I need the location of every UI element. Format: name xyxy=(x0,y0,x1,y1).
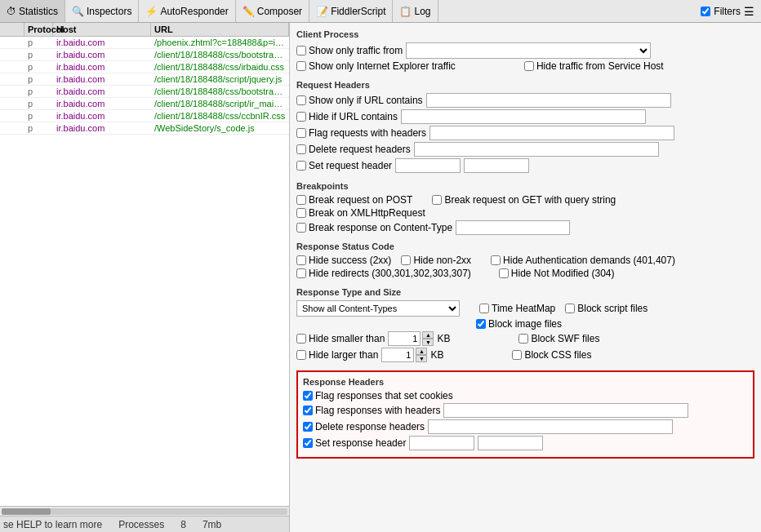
table-row[interactable]: p ir.baidu.com /phoenix.zhtml?c=188488&p… xyxy=(0,37,289,49)
break-xml-checkbox[interactable] xyxy=(296,208,306,218)
break-response-input[interactable] xyxy=(456,220,570,235)
set-request-input2[interactable] xyxy=(464,158,529,173)
flag-cookies-label[interactable]: Flag responses that set cookies xyxy=(303,390,453,401)
block-script-label[interactable]: Block script files xyxy=(565,303,648,314)
break-get-checkbox[interactable] xyxy=(432,195,442,205)
hide-service-host-checkbox[interactable] xyxy=(524,61,534,71)
content-type-dropdown[interactable]: Show all Content-Types xyxy=(296,300,460,317)
flag-requests-checkbox[interactable] xyxy=(296,128,306,138)
smaller-value-input[interactable] xyxy=(388,331,421,346)
flag-cookies-checkbox[interactable] xyxy=(303,391,313,401)
flag-headers-input[interactable] xyxy=(443,403,688,418)
table-row[interactable]: p ir.baidu.com /client/18/188488/css/ccb… xyxy=(0,110,289,122)
table-row[interactable]: p ir.baidu.com /client/18/188488/css/irb… xyxy=(0,61,289,73)
hide-smaller-checkbox[interactable] xyxy=(296,334,306,344)
table-row[interactable]: p ir.baidu.com /client/18/188488/script/… xyxy=(0,73,289,86)
traffic-dropdown[interactable] xyxy=(406,42,651,59)
menu-icon[interactable]: ☰ xyxy=(744,5,754,18)
break-post-label[interactable]: Break request on POST xyxy=(296,194,412,206)
col-url-header: URL xyxy=(151,23,289,36)
time-heatmap-checkbox[interactable] xyxy=(479,304,489,313)
hide-url-label[interactable]: Hide if URL contains xyxy=(296,111,398,122)
tab-autoresponder[interactable]: ⚡ AutoResponder xyxy=(139,0,235,22)
delete-request-input[interactable] xyxy=(414,142,659,157)
block-image-label[interactable]: Block image files xyxy=(476,318,562,330)
block-image-checkbox[interactable] xyxy=(476,319,486,329)
hide-service-host-label[interactable]: Hide traffic from Service Host xyxy=(524,60,664,72)
show-only-traffic-checkbox[interactable] xyxy=(296,46,306,55)
hide-url-checkbox[interactable] xyxy=(296,112,306,122)
hide-non2xx-checkbox[interactable] xyxy=(401,255,411,265)
hide-auth-label[interactable]: Hide Authentication demands (401,407) xyxy=(491,255,675,266)
time-heatmap-label[interactable]: Time HeatMap xyxy=(479,303,555,314)
hide-larger-label[interactable]: Hide larger than xyxy=(296,349,378,361)
hide-redirects-label[interactable]: Hide redirects (300,301,302,303,307) xyxy=(296,268,471,279)
response-headers-title: Response Headers xyxy=(303,377,748,387)
set-request-label[interactable]: Set request header xyxy=(296,160,392,171)
smaller-spinner: ▲ ▼ xyxy=(388,331,434,346)
set-response-input2[interactable] xyxy=(478,436,543,450)
larger-down-btn[interactable]: ▼ xyxy=(416,355,427,362)
flag-headers-label[interactable]: Flag responses with headers xyxy=(303,405,440,416)
delete-request-label[interactable]: Delete request headers xyxy=(296,144,411,155)
hide-non2xx-label[interactable]: Hide non-2xx xyxy=(401,255,471,266)
hide-smaller-label[interactable]: Hide smaller than xyxy=(296,333,385,344)
hide-not-modified-checkbox[interactable] xyxy=(499,268,509,278)
flag-headers-checkbox[interactable] xyxy=(303,406,313,415)
larger-value-input[interactable] xyxy=(381,348,414,362)
hide-success-label[interactable]: Hide success (2xx) xyxy=(296,255,391,266)
show-ie-checkbox[interactable] xyxy=(296,61,306,71)
set-response-input1[interactable] xyxy=(409,436,474,450)
smaller-down-btn[interactable]: ▼ xyxy=(422,339,434,346)
tab-composer[interactable]: ✏️ Composer xyxy=(236,0,309,22)
table-row[interactable]: p ir.baidu.com /WebSideStory/s_code.js xyxy=(0,122,289,135)
hide-auth-checkbox[interactable] xyxy=(491,255,501,265)
show-only-url-label[interactable]: Show only if URL contains xyxy=(296,95,423,106)
processes-count: 8 xyxy=(180,519,186,530)
break-response-checkbox[interactable] xyxy=(296,223,306,233)
table-row[interactable]: p ir.baidu.com /client/18/188488/script/… xyxy=(0,98,289,110)
breakpoints-title: Breakpoints xyxy=(296,181,754,191)
response-type-title: Response Type and Size xyxy=(296,287,754,297)
show-only-url-input[interactable] xyxy=(426,93,671,108)
delete-headers-label[interactable]: Delete response headers xyxy=(303,421,425,432)
tab-log[interactable]: 📋 Log xyxy=(393,0,438,22)
set-response-label[interactable]: Set response header xyxy=(303,437,406,449)
table-row[interactable]: p ir.baidu.com /client/18/188488/css/boo… xyxy=(0,86,289,98)
tab-statistics[interactable]: ⏱ Statistics xyxy=(0,0,65,22)
filters-checkbox[interactable] xyxy=(701,7,710,16)
block-css-checkbox[interactable] xyxy=(512,350,522,360)
flag-requests-input[interactable] xyxy=(429,126,674,140)
set-response-checkbox[interactable] xyxy=(303,438,313,448)
set-request-checkbox[interactable] xyxy=(296,161,306,171)
show-only-traffic-label[interactable]: Show only traffic from xyxy=(296,45,403,56)
hide-redirects-checkbox[interactable] xyxy=(296,268,306,278)
flag-requests-label[interactable]: Flag requests with headers xyxy=(296,127,426,139)
delete-headers-input[interactable] xyxy=(428,419,673,434)
break-get-label[interactable]: Break request on GET with query string xyxy=(432,194,616,206)
hide-larger-checkbox[interactable] xyxy=(296,350,306,360)
tab-composer-label: Composer xyxy=(257,6,302,17)
block-css-label[interactable]: Block CSS files xyxy=(512,349,591,361)
break-response-label[interactable]: Break response on Content-Type xyxy=(296,222,452,233)
smaller-up-btn[interactable]: ▲ xyxy=(422,331,434,339)
larger-up-btn[interactable]: ▲ xyxy=(416,348,427,355)
table-row[interactable]: p ir.baidu.com /client/18/188488/css/boo… xyxy=(0,49,289,61)
tab-fiddlerscript[interactable]: 📝 FiddlerScript xyxy=(309,0,393,22)
hide-url-input[interactable] xyxy=(401,109,646,124)
status-bar: se HELP to learn more Processes 8 7mb xyxy=(0,516,289,532)
scrollbar[interactable] xyxy=(0,506,289,516)
block-swf-checkbox[interactable] xyxy=(518,334,528,344)
break-xml-label[interactable]: Break on XMLHttpRequest xyxy=(296,207,425,219)
delete-request-checkbox[interactable] xyxy=(296,144,306,154)
block-script-checkbox[interactable] xyxy=(565,304,575,313)
block-swf-label[interactable]: Block SWF files xyxy=(518,333,599,344)
delete-headers-checkbox[interactable] xyxy=(303,422,313,432)
break-post-checkbox[interactable] xyxy=(296,195,306,205)
set-request-input1[interactable] xyxy=(395,158,461,173)
show-ie-label[interactable]: Show only Internet Explorer traffic xyxy=(296,60,456,72)
tab-inspectors[interactable]: 🔍 Inspectors xyxy=(65,0,139,22)
hide-success-checkbox[interactable] xyxy=(296,255,306,265)
show-only-url-checkbox[interactable] xyxy=(296,95,306,105)
hide-not-modified-label[interactable]: Hide Not Modified (304) xyxy=(499,268,615,279)
